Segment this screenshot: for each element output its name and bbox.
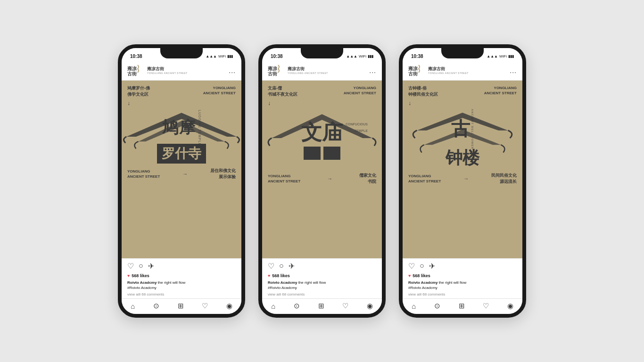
comment-icon-2[interactable]: ○ <box>279 262 284 271</box>
likes-count-2: 568 likes <box>272 273 290 278</box>
nav-home-3[interactable]: ⌂ <box>412 302 416 310</box>
caption-user-2: Roivto Acadcmy <box>268 280 297 285</box>
bottom-nav-3: ⌂ ⊙ ⊞ ♡ ◉ <box>403 298 522 314</box>
nav-profile-1[interactable]: ◉ <box>226 302 232 310</box>
nav-profile-3[interactable]: ◉ <box>507 302 513 310</box>
hashtag-2[interactable]: #Roivto Acadcmy <box>268 286 297 290</box>
post-actions-1: ♡ ○ ✈ <box>122 258 241 272</box>
signal-icon-1: ▲▲▲ <box>206 54 217 58</box>
nav-search-3[interactable]: ⊙ <box>434 302 440 310</box>
logo-chinese-3: 雍凉古街 <box>428 67 469 72</box>
nav-search-1[interactable]: ⊙ <box>153 302 159 310</box>
more-options-3[interactable]: ... <box>510 67 517 74</box>
hashtag-1[interactable]: #Roivto Acadcmy <box>127 286 157 290</box>
insta-header-2: 雍凉 古街 雍凉古街 YONGLIANG ANCIENT STREET ... <box>262 61 382 81</box>
signal-icon-2: ▲▲▲ <box>346 54 357 58</box>
status-bar-3: 10:38 ▲▲▲ WiFi ▮▮▮ <box>403 48 522 61</box>
post-actions-2: ♡ ○ ✈ <box>262 258 382 272</box>
status-icons-3: ▲▲▲ WiFi ▮▮▮ <box>487 54 514 58</box>
temple-block-2 <box>323 147 340 160</box>
nav-heart-2[interactable]: ♡ <box>342 302 348 310</box>
more-options-2[interactable]: ... <box>369 67 376 74</box>
more-options-1[interactable]: ... <box>229 67 236 74</box>
bottom-right-label-2: 儒家文化书院 <box>359 173 376 184</box>
profile-area-2: 雍凉 古街 雍凉古街 YONGLIANG ANCIENT STREET <box>268 64 328 77</box>
heart-filled-3: ♥ <box>408 273 411 278</box>
bottom-nav-2: ⌂ ⊙ ⊞ ♡ ◉ <box>262 298 382 314</box>
nav-search-2[interactable]: ⊙ <box>294 302 300 310</box>
bottom-nav-1: ⌂ ⊙ ⊞ ♡ ◉ <box>122 298 241 314</box>
nav-heart-3[interactable]: ♡ <box>483 302 489 310</box>
post-image-2: 文庙-儒书城不夜文化区 YONGLIANGANCIENT STREET ↓ 文庙 <box>262 81 382 258</box>
char-zhonglou: 钟楼 <box>446 147 479 170</box>
post-actions-3: ♡ ○ ✈ <box>403 258 522 272</box>
share-icon-1[interactable]: ✈ <box>148 262 154 271</box>
phones-container: 10:38 ▲▲▲ WiFi ▮▮▮ 雍凉 古街 雍凉古街 YONGL <box>108 35 536 327</box>
top-labels-2: 文庙-儒书城不夜文化区 YONGLIANGANCIENT STREET <box>262 81 382 100</box>
likes-row-2: ♥ 568 likes <box>262 272 382 279</box>
logo-english-3: YONGLIANG ANCIENT STREET <box>428 72 469 74</box>
bottom-left-label-2: YONGLIANGANCIENT STREET <box>268 173 300 184</box>
top-left-label-1: 鸠摩罗什-佛佛学文化区 <box>127 85 150 97</box>
insta-header-1: 雍凉 古街 雍凉古街 YONGLIANG ANCIENT STREET ... <box>122 61 241 81</box>
arrow-area-3: → <box>463 176 469 181</box>
comments-row-3[interactable]: view aill 68 comments <box>403 291 522 298</box>
status-time-2: 10:38 <box>271 54 283 59</box>
caption-row-1: Roivto Acadcmy the right will flow #Roiv… <box>122 279 241 291</box>
nav-add-2[interactable]: ⊞ <box>318 302 324 310</box>
svg-text:古街: 古街 <box>268 71 278 76</box>
comments-row-2[interactable]: view aill 68 comments <box>262 291 382 298</box>
profile-logo-3: 雍凉 古街 <box>408 64 425 77</box>
char-luoshisi: 罗什寺 <box>157 144 206 164</box>
bottom-right-label-3: 民间民俗文化源远流长 <box>491 173 517 184</box>
logo-text-2: 雍凉古街 YONGLIANG ANCIENT STREET <box>288 67 328 74</box>
english-vertical-1: LUOGIHE TEMPLE <box>198 110 201 146</box>
profile-logo-2: 雍凉 古街 <box>268 64 285 77</box>
caption-row-2: Roivto Acadcmy the right will flow #Roiv… <box>262 279 382 291</box>
battery-icon-1: ▮▮▮ <box>227 54 233 58</box>
wifi-icon-2: WiFi <box>359 54 366 58</box>
nav-home-2[interactable]: ⌂ <box>271 302 275 310</box>
comments-row-1[interactable]: view aill 68 comments <box>122 291 241 298</box>
status-time-1: 10:38 <box>130 54 142 59</box>
nav-add-3[interactable]: ⊞ <box>459 302 465 310</box>
insta-header-3: 雍凉 古街 雍凉古街 YONGLIANG ANCIENT STREET ... <box>403 61 522 81</box>
like-icon-1[interactable]: ♡ <box>127 262 134 271</box>
hashtag-3[interactable]: #Roivto Acadcmy <box>408 286 438 290</box>
svg-text:雍凉: 雍凉 <box>127 66 137 71</box>
phone-2: 10:38 ▲▲▲ WiFi ▮▮▮ 雍凉 古街 雍凉古街 YONGL <box>258 44 386 318</box>
profile-logo-1: 雍凉 古街 <box>127 64 144 77</box>
like-icon-2[interactable]: ♡ <box>268 262 274 271</box>
arrow-down-3: ↓ <box>403 100 522 107</box>
art-area-2: 文庙 CONFUCIOUS TEMPLE <box>262 108 382 170</box>
nav-profile-2[interactable]: ◉ <box>367 302 373 310</box>
share-icon-3[interactable]: ✈ <box>429 262 435 271</box>
nav-heart-1[interactable]: ♡ <box>202 302 208 310</box>
svg-text:雍凉: 雍凉 <box>268 66 278 71</box>
arrow-down-1: ↓ <box>122 100 241 107</box>
bottom-labels-3: YONGLIANGANCIENT STREET → 民间民俗文化源远流长 <box>403 170 522 189</box>
share-icon-2[interactable]: ✈ <box>289 262 295 271</box>
battery-icon-3: ▮▮▮ <box>508 54 514 58</box>
like-icon-3[interactable]: ♡ <box>408 262 415 271</box>
logo-english-2: YONGLIANG ANCIENT STREET <box>288 72 328 74</box>
bottom-labels-2: YONGLIANGANCIENT STREET → 儒家文化书院 <box>262 170 382 189</box>
bottom-labels-1: YONGLIANGANCIENT STREET → 居住和佛文化展示体验 <box>122 165 241 184</box>
top-left-label-3: 古钟楼-俗钟楼民俗文化区 <box>408 85 438 97</box>
heart-filled-1: ♥ <box>127 273 130 278</box>
profile-area-1: 雍凉 古街 雍凉古街 YONGLIANG ANCIENT STREET <box>127 64 188 77</box>
caption-row-3: Roivto Acadcmy the right will flow #Roiv… <box>403 279 522 291</box>
logo-text-1: 雍凉古街 YONGLIANG ANCIENT STREET <box>147 67 188 74</box>
svg-text:雍凉: 雍凉 <box>408 66 418 71</box>
arrow-right-3: → <box>463 176 469 181</box>
likes-count-3: 568 likes <box>413 273 430 278</box>
nav-home-1[interactable]: ⌂ <box>131 302 135 310</box>
comment-icon-1[interactable]: ○ <box>139 262 143 271</box>
nav-add-1[interactable]: ⊞ <box>178 302 184 310</box>
wifi-icon-3: WiFi <box>499 54 507 58</box>
top-labels-1: 鸠摩罗什-佛佛学文化区 YONGLIANGANCIENT STREET <box>122 81 241 100</box>
caption-user-3: Roivto Acadcmy <box>408 280 438 285</box>
status-bar-2: 10:38 ▲▲▲ WiFi ▮▮▮ <box>262 48 382 61</box>
logo-text-3: 雍凉古街 YONGLIANG ANCIENT STREET <box>428 67 469 74</box>
comment-icon-3[interactable]: ○ <box>420 262 424 271</box>
